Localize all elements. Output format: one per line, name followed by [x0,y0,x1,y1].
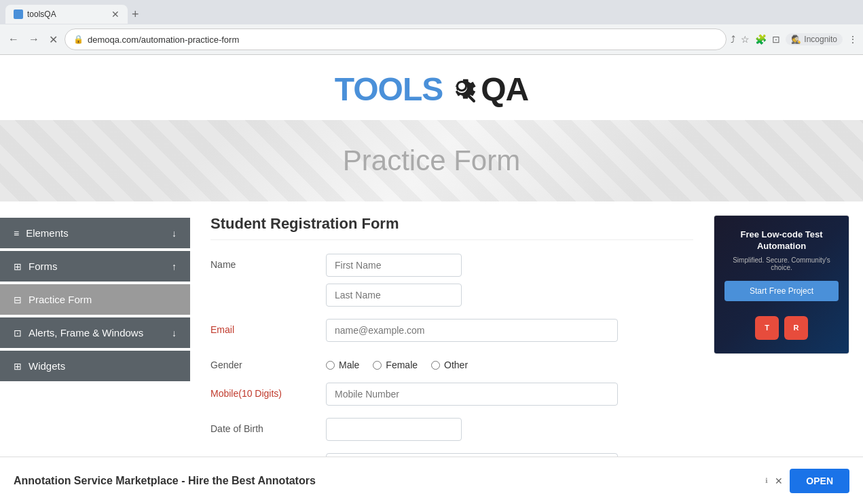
name-label: Name [210,254,319,270]
extensions-icon[interactable]: 🧩 [755,34,767,45]
bottom-ad-info-icon[interactable]: ℹ [765,477,768,484]
mobile-label: Mobile(10 Digits) [210,383,319,399]
ad-icon-testops: T [755,316,779,340]
share-icon[interactable]: ⤴ [731,34,735,45]
elements-label: Elements [26,227,69,239]
bottom-ad-open-button[interactable]: OPEN [790,469,849,493]
tab-close-button[interactable]: ✕ [111,9,120,20]
new-tab-button[interactable]: + [132,7,139,22]
email-input[interactable] [326,319,618,342]
ad-panel: Free Low-code Test Automation Simplified… [714,215,849,354]
alerts-arrow: ↓ [172,328,177,338]
alerts-icon: ⊡ [14,328,22,338]
lock-icon: 🔒 [73,35,84,44]
sidebar-item-elements[interactable]: ≡ Elements ↓ [0,218,190,248]
logo-gear-icon [444,69,479,110]
url-bar[interactable]: 🔒 demoqa.com/automation-practice-form [65,28,727,50]
form-title: Student Registration Form [210,215,693,240]
gender-male-radio[interactable] [326,361,335,370]
logo: TOOLS QA [335,69,528,110]
email-row: Email [210,319,693,342]
email-label: Email [210,319,319,335]
browser-chrome: toolsQA ✕ + ← → ✕ 🔒 demoqa.com/automatio… [0,0,863,55]
widgets-label: Widgets [29,360,65,372]
mobile-controls [326,383,693,406]
email-controls [326,319,693,342]
sidebar-item-forms-label: ⊞ Forms [14,260,58,272]
logo-tools: TOOLS [335,71,443,108]
forms-arrow: ↑ [172,261,177,272]
incognito-icon: 🕵 [791,35,801,44]
ad-subtitle: Simplified. Secure. Community's choice. [724,256,839,271]
hero-title: Practice Form [343,144,520,177]
back-button[interactable]: ← [5,31,22,48]
gender-other-label: Other [444,360,468,370]
page-content: TOOLS QA Practice Form ≡ Elements [0,55,863,504]
gender-row: Gender Male Female Other [210,354,693,370]
sidebar-item-alerts-label: ⊡ Alerts, Frame & Windows [14,327,143,338]
forward-button[interactable]: → [26,31,42,48]
address-actions: ⤴ ☆ 🧩 ⊡ 🕵 Incognito ⋮ [731,33,858,45]
dob-controls: 23 Mar 2022 [326,418,693,441]
first-name-input[interactable] [326,254,462,277]
logo-qa: QA [481,71,528,108]
tab-favicon [14,9,23,19]
ad-icons: T R [724,316,839,340]
name-row: Name [210,254,693,307]
tab-bar: toolsQA ✕ + [0,0,863,24]
elements-icon: ≡ [14,228,19,239]
ad-icon-r-label: R [794,324,799,332]
dob-label: Date of Birth [210,418,319,434]
hero-banner: Practice Form [0,120,863,201]
menu-icon[interactable]: ⋮ [848,34,858,45]
sidebar-item-practice-form[interactable]: ⊟ Practice Form [0,284,190,315]
mobile-row: Mobile(10 Digits) [210,383,693,406]
sidebar-item-forms[interactable]: ⊞ Forms ↑ [0,251,190,282]
sidebar-item-widgets-label: ⊞ Widgets [14,360,65,372]
gender-male-option[interactable]: Male [326,360,359,370]
ad-title: Free Low-code Test Automation [724,229,839,252]
address-bar: ← → ✕ 🔒 demoqa.com/automation-practice-f… [0,24,863,54]
tab-title: toolsQA [27,9,56,19]
dob-row: Date of Birth 23 Mar 2022 [210,418,693,441]
incognito-label: Incognito [804,35,837,44]
sidebar-item-alerts[interactable]: ⊡ Alerts, Frame & Windows ↓ [0,317,190,348]
gender-other-option[interactable]: Other [431,360,468,370]
ad-icon-reportportal: R [784,316,808,340]
gender-radio-group: Male Female Other [326,354,468,370]
widgets-icon: ⊞ [14,361,22,372]
ad-content: Free Low-code Test Automation Simplified… [714,216,849,353]
last-name-input[interactable] [326,284,462,307]
sidebar-item-widgets[interactable]: ⊞ Widgets [0,351,190,381]
reload-button[interactable]: ✕ [46,31,60,49]
url-text: demoqa.com/automation-practice-form [88,35,239,45]
name-controls [326,254,693,307]
active-tab[interactable]: toolsQA ✕ [5,5,128,24]
site-header: TOOLS QA [0,55,863,120]
bottom-ad-text: Annotation Service Marketplace - Hire th… [14,475,765,487]
practice-form-label: Practice Form [29,294,92,305]
ad-start-btn[interactable]: Start Free Project [724,281,839,301]
sidebar-item-elements-label: ≡ Elements [14,227,69,239]
gender-other-radio[interactable] [431,361,440,370]
alerts-label: Alerts, Frame & Windows [29,327,143,338]
dob-input[interactable]: 23 Mar 2022 [326,418,462,441]
incognito-badge: 🕵 Incognito [786,33,843,45]
gender-female-label: Female [386,360,418,370]
gender-female-radio[interactable] [373,361,382,370]
mobile-input[interactable] [326,383,618,406]
bottom-ad-bar: Annotation Service Marketplace - Hire th… [0,457,863,504]
window-icon[interactable]: ⊡ [772,34,780,45]
bottom-ad-close-button[interactable]: ✕ [775,476,783,486]
sidebar-item-practice-form-label: ⊟ Practice Form [14,294,92,305]
ad-icon-t-label: T [765,324,769,332]
bookmark-icon[interactable]: ☆ [741,34,750,45]
gender-male-label: Male [339,360,359,370]
gender-female-option[interactable]: Female [373,360,418,370]
practice-form-icon: ⊟ [14,294,22,305]
bottom-ad-actions: ℹ ✕ OPEN [765,469,849,493]
forms-icon: ⊞ [14,261,22,272]
elements-arrow: ↓ [172,228,177,239]
forms-label: Forms [29,260,58,272]
bottom-ad-title: Annotation Service Marketplace - Hire th… [14,475,765,487]
